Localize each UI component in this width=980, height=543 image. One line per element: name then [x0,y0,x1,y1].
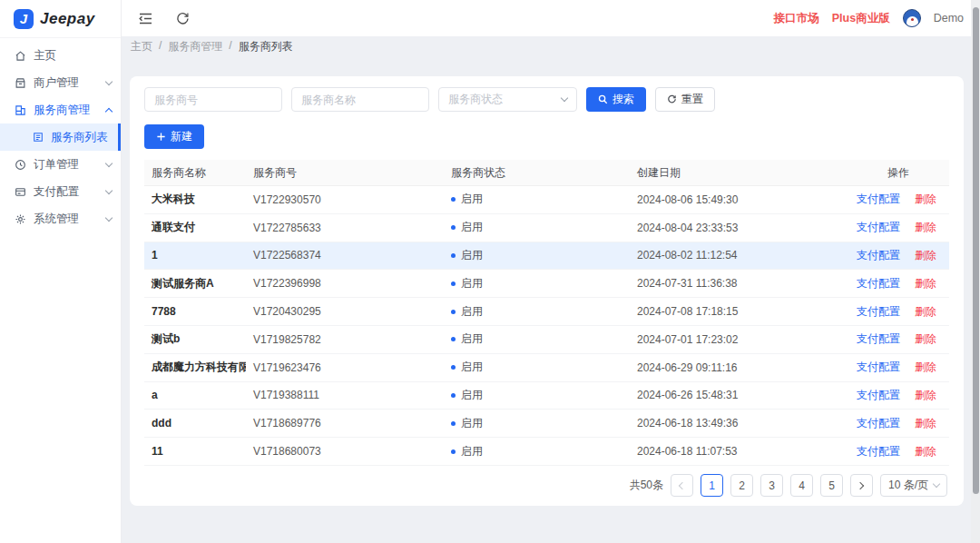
col-provider-no: 服务商号 [246,165,444,181]
refresh-icon[interactable] [175,11,191,26]
api-market-link[interactable]: 接口市场 [774,11,819,26]
breadcrumb-separator: / [159,39,162,54]
pay-config-link[interactable]: 支付配置 [857,220,900,235]
provider-name: 11 [144,445,246,458]
page-button-4[interactable]: 4 [790,474,813,497]
next-page-button[interactable] [850,474,873,497]
menu-fold-icon[interactable] [138,11,153,26]
pay-config-link[interactable]: 支付配置 [857,304,900,320]
created-date: 2024-06-18 13:49:36 [630,417,848,429]
scrollbar-thumb[interactable] [973,7,979,494]
sidebar-item-provider[interactable]: 服务商管理 [0,96,121,123]
pay-config-link[interactable]: 支付配置 [857,444,900,459]
table-row[interactable]: 7788V1720430295启用2024-07-08 17:18:15修改支付… [144,298,949,326]
row-actions: 修改支付配置删除 [848,388,949,403]
delete-link[interactable]: 删除 [915,276,936,291]
sidebar-item-merchant[interactable]: 商户管理 [0,69,121,96]
provider-name: 1 [144,249,246,262]
chevron-down-icon [105,159,113,166]
chevron-right-icon [857,482,864,489]
delete-link[interactable]: 删除 [915,304,936,320]
status-dot-icon [451,253,456,258]
provider-no: V1722785633 [246,222,444,234]
pay-config-link[interactable]: 支付配置 [857,416,900,431]
pay-config-link[interactable]: 支付配置 [857,388,900,403]
pay-config-link[interactable]: 支付配置 [857,276,900,291]
provider-table: 服务商名称 服务商号 服务商状态 创建日期 操作 大米科技V1722930570… [144,160,949,466]
credit-card-icon [15,186,26,198]
status-dot-icon [451,337,456,341]
filter-bar: 服务商状态 搜索 重置 [144,87,949,112]
provider-no: V1718680073 [246,445,444,458]
provider-status: 启用 [444,192,630,207]
list-icon [33,132,44,143]
sidebar-item-pay-config[interactable]: 支付配置 [0,178,121,205]
delete-link[interactable]: 删除 [915,360,936,375]
table-row[interactable]: aV1719388111启用2024-06-26 15:48:31修改支付配置删… [144,382,949,410]
table-row[interactable]: 通联支付V1722785633启用2024-08-04 23:33:53修改支付… [144,214,949,242]
sidebar-item-label: 服务商管理 [34,103,99,118]
table-row[interactable]: 1V1722568374启用2024-08-02 11:12:54修改支付配置删… [144,242,949,271]
search-button[interactable]: 搜索 [586,87,646,112]
search-icon [598,94,608,104]
logo[interactable]: J Jeepay [0,0,121,38]
table-row[interactable]: 11V1718680073启用2024-06-18 11:07:53修改支付配置… [144,438,949,466]
plus-edition-link[interactable]: Plus商业版 [832,11,890,26]
table-header: 服务商名称 服务商号 服务商状态 创建日期 操作 [144,160,949,186]
provider-no: V1718689776 [246,417,444,429]
page-button-3[interactable]: 3 [760,474,783,497]
status-dot-icon [451,365,456,370]
select-placeholder: 服务商状态 [448,92,562,107]
order-icon [15,159,26,171]
reset-button[interactable]: 重置 [655,87,715,112]
brand-name: Jeepay [40,10,95,28]
sidebar-menu: 主页 商户管理 服务商管理 服务商列表 订单管理 支付配置 [0,38,121,232]
delete-link[interactable]: 删除 [915,220,936,235]
provider-name-input[interactable] [291,87,429,112]
delete-link[interactable]: 删除 [915,331,936,347]
created-date: 2024-06-26 15:48:31 [630,389,848,401]
status-dot-icon [451,225,456,230]
page-size-value: 10 条/页 [888,478,928,493]
page-button-5[interactable]: 5 [820,474,843,497]
sidebar-item-orders[interactable]: 订单管理 [0,151,121,178]
table-row[interactable]: 测试服务商AV1722396998启用2024-07-31 11:36:38修改… [144,270,949,298]
table-body: 大米科技V1722930570启用2024-08-06 15:49:30修改支付… [144,186,949,466]
new-button[interactable]: 新建 [144,124,204,149]
page-button-1[interactable]: 1 [701,474,723,497]
top-header: 接口市场 Plus商业版 Demo [122,0,980,36]
provider-status: 启用 [444,416,630,431]
col-actions: 操作 [848,165,949,181]
user-avatar[interactable] [903,9,921,27]
table-row[interactable]: 大米科技V1722930570启用2024-08-06 15:49:30修改支付… [144,186,949,214]
breadcrumb-provider-mgmt[interactable]: 服务商管理 [168,39,222,54]
table-row[interactable]: dddV1718689776启用2024-06-18 13:49:36修改支付配… [144,410,949,438]
delete-link[interactable]: 删除 [915,248,936,263]
delete-link[interactable]: 删除 [915,192,936,207]
prev-page-button[interactable] [671,474,693,497]
provider-no-input[interactable] [144,87,282,112]
table-row[interactable]: 成都魔力方科技有限公司V1719623476启用2024-06-29 09:11… [144,354,949,382]
delete-link[interactable]: 删除 [915,416,936,431]
page-size-select[interactable]: 10 条/页 [880,474,947,497]
pay-config-link[interactable]: 支付配置 [857,360,900,375]
created-date: 2024-08-02 11:12:54 [630,249,848,262]
col-provider-name: 服务商名称 [144,165,246,181]
provider-status-select[interactable]: 服务商状态 [438,87,577,112]
delete-link[interactable]: 删除 [915,444,936,459]
delete-link[interactable]: 删除 [915,388,936,403]
gear-icon [15,213,26,225]
chevron-up-icon [105,107,113,114]
provider-no: V1719388111 [246,389,444,401]
pay-config-link[interactable]: 支付配置 [857,192,900,207]
breadcrumb-home[interactable]: 主页 [131,39,152,54]
page-button-2[interactable]: 2 [730,474,753,497]
sidebar-item-home[interactable]: 主页 [0,42,121,69]
breadcrumb-current: 服务商列表 [239,39,293,54]
table-row[interactable]: 测试bV1719825782启用2024-07-01 17:23:02修改支付配… [144,326,949,354]
sidebar-item-system[interactable]: 系统管理 [0,205,121,232]
provider-status: 启用 [444,248,630,263]
sidebar-item-provider-list[interactable]: 服务商列表 [0,123,121,151]
pay-config-link[interactable]: 支付配置 [857,331,900,347]
pay-config-link[interactable]: 支付配置 [857,248,900,263]
